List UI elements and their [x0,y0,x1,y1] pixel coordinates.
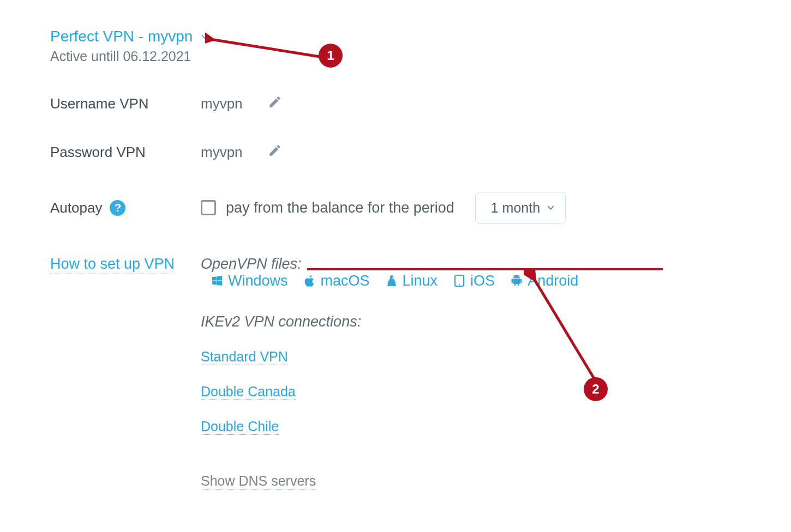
edit-username-button[interactable] [268,95,282,113]
os-label: Android [528,273,578,289]
help-icon[interactable]: ? [110,200,125,216]
autopay-period-select[interactable]: 1 month [475,192,566,224]
svg-point-1 [459,284,460,285]
username-label: Username VPN [50,95,201,112]
autopay-checkbox[interactable] [201,200,216,215]
edit-password-button[interactable] [268,143,282,161]
windows-icon [211,274,224,287]
show-dns-link[interactable]: Show DNS servers [201,473,316,489]
apple-icon [303,274,316,287]
chevron-down-icon [200,28,209,45]
os-label: Windows [228,273,288,289]
os-label: macOS [321,273,370,289]
autopay-checkbox-label: pay from the balance for the period [226,200,454,216]
android-icon [510,274,523,287]
openvpn-macos-link[interactable]: macOS [303,273,370,289]
openvpn-ios-link[interactable]: iOS [453,273,495,289]
openvpn-files-label: OpenVPN files: [201,256,302,272]
os-label: iOS [470,273,495,289]
tablet-icon [453,274,466,287]
service-title-text: Perfect VPN - myvpn [50,28,193,45]
username-value: myvpn [201,95,243,112]
openvpn-linux-link[interactable]: Linux [385,273,438,289]
autopay-period-value: 1 month [491,200,540,215]
openvpn-android-link[interactable]: Android [510,273,578,289]
service-title[interactable]: Perfect VPN - myvpn [50,28,209,45]
openvpn-windows-link[interactable]: Windows [211,273,288,289]
ikev2-label: IKEv2 VPN connections: [201,313,738,330]
linux-icon [385,274,398,287]
how-to-setup-link[interactable]: How to set up VPN [50,256,175,274]
os-label: Linux [403,273,438,289]
chevron-down-icon [546,200,555,216]
active-until-text: Active untill 06.12.2021 [50,49,738,64]
autopay-label: Autopay [50,200,102,216]
ikev2-standard-link[interactable]: Standard VPN [201,349,288,365]
password-value: myvpn [201,144,243,161]
password-label: Password VPN [50,144,201,161]
ikev2-double-canada-link[interactable]: Double Canada [201,384,296,400]
ikev2-double-chile-link[interactable]: Double Chile [201,419,279,435]
